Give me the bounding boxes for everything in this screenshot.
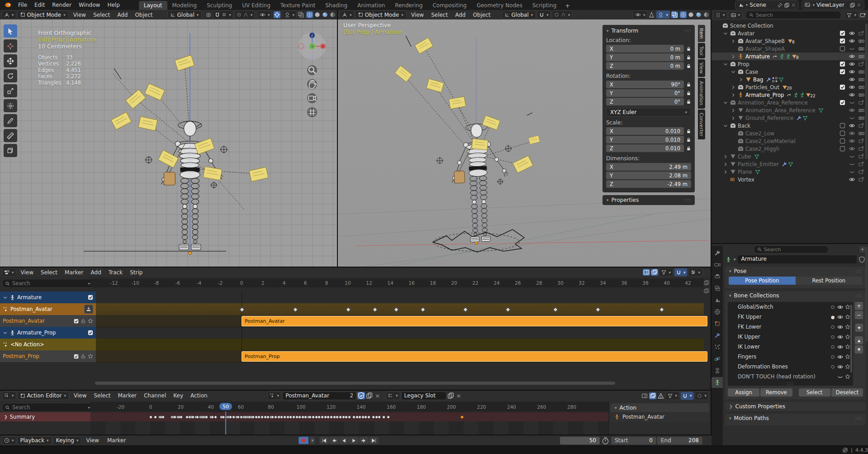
properties-options-icon[interactable]: ▾ bbox=[859, 246, 865, 253]
lock-icon[interactable] bbox=[686, 46, 691, 52]
menu-select[interactable]: Select bbox=[37, 268, 61, 277]
editor-type-button[interactable]: ▾ bbox=[2, 436, 16, 445]
eye-open-icon[interactable] bbox=[849, 30, 855, 36]
outliner-row[interactable]: Back bbox=[711, 122, 868, 129]
mesh-data-icon[interactable] bbox=[754, 154, 759, 159]
star-icon[interactable] bbox=[845, 314, 850, 320]
solo-toggle-icon[interactable]: ○ bbox=[830, 364, 835, 369]
camera-visibility-icon[interactable] bbox=[859, 38, 864, 44]
lock-icon[interactable] bbox=[686, 137, 691, 143]
nla-strip[interactable]: Postman_Avatar bbox=[242, 316, 707, 326]
tab-tool-icon[interactable] bbox=[711, 248, 723, 258]
keyframe-dot[interactable] bbox=[161, 416, 165, 419]
nla-keyframe-diamond[interactable] bbox=[463, 307, 468, 312]
outliner-row[interactable]: Vortex bbox=[711, 176, 868, 183]
keyframe-dot[interactable] bbox=[352, 416, 356, 419]
menu-select[interactable]: Select bbox=[90, 392, 114, 400]
editor-type-button[interactable]: ▾ bbox=[340, 10, 354, 19]
camera-disabled-icon[interactable] bbox=[859, 177, 864, 182]
axis-field-y[interactable]: Y0.010 bbox=[606, 136, 684, 143]
xray-toggle-icon[interactable] bbox=[671, 11, 678, 18]
shading-material-icon[interactable] bbox=[322, 11, 328, 18]
eye-closed-icon[interactable] bbox=[849, 161, 855, 167]
star-icon[interactable] bbox=[88, 354, 93, 359]
menu-marker[interactable]: Marker bbox=[104, 436, 129, 444]
menu-view[interactable]: View bbox=[70, 392, 90, 400]
star-icon[interactable] bbox=[845, 364, 850, 369]
viewlayer-selector[interactable]: ▾ ViewLayer × bbox=[802, 0, 864, 10]
collapse-icon[interactable]: ❯ bbox=[729, 404, 733, 409]
pose-mode-icon[interactable] bbox=[785, 54, 791, 59]
expand-icon[interactable] bbox=[730, 115, 736, 121]
prev-keyframe-button[interactable] bbox=[329, 437, 339, 444]
tool-measure-button[interactable] bbox=[4, 129, 17, 142]
unlink-slot-icon[interactable]: × bbox=[455, 392, 463, 399]
outliner-row[interactable]: Case2_Low bbox=[711, 129, 868, 137]
ortho-toggle-icon[interactable] bbox=[307, 107, 317, 117]
checkbox-unchecked-icon[interactable] bbox=[840, 138, 845, 144]
star-icon[interactable] bbox=[845, 374, 850, 379]
pose-mode-icon[interactable] bbox=[799, 92, 805, 98]
expand-icon[interactable] bbox=[730, 85, 736, 90]
move-down-button[interactable]: ▼ bbox=[855, 345, 863, 354]
camera-visibility-icon[interactable] bbox=[859, 130, 864, 136]
camera-disabled-icon[interactable] bbox=[859, 138, 864, 144]
modifier-wrench-icon[interactable] bbox=[782, 162, 787, 167]
outliner-row[interactable]: Avatar_ShapeB8 bbox=[711, 37, 868, 45]
lock-icon[interactable] bbox=[686, 129, 691, 134]
camera-visibility-icon[interactable] bbox=[859, 69, 864, 75]
mode-selector[interactable]: Object Mode▾ bbox=[355, 10, 407, 19]
outliner-row[interactable]: Avatar bbox=[711, 29, 868, 37]
eye-open-icon[interactable] bbox=[849, 123, 855, 129]
editor-type-button[interactable]: ▾ bbox=[2, 10, 16, 19]
viewport-left[interactable]: ▾ Object Mode▾ ViewSelectAddObject Globa… bbox=[0, 10, 337, 267]
bone-list-scrollbar[interactable] bbox=[850, 305, 852, 373]
mode-selector[interactable]: Object Mode▾ bbox=[17, 10, 69, 19]
axis-field-y[interactable]: Y2.08 m bbox=[606, 172, 691, 179]
unlock-icon[interactable] bbox=[81, 354, 86, 359]
shading-rendered-icon[interactable] bbox=[329, 11, 336, 18]
expand-icon[interactable] bbox=[730, 92, 736, 98]
lock-icon[interactable] bbox=[686, 55, 691, 60]
blender-logo-icon[interactable] bbox=[4, 2, 12, 8]
eye-closed-icon[interactable] bbox=[849, 115, 855, 121]
camera-visibility-icon[interactable] bbox=[859, 92, 864, 98]
nla-keyframe-diamond[interactable] bbox=[346, 307, 351, 312]
bone-collection-row[interactable]: Deformation Bones○ bbox=[728, 362, 853, 372]
tool-cursor-button[interactable] bbox=[4, 39, 17, 53]
frame-end-field[interactable]: End208 bbox=[657, 437, 702, 444]
star-icon[interactable] bbox=[845, 334, 850, 339]
axis-field-y[interactable]: Y0° bbox=[606, 89, 684, 97]
keyframe-dot[interactable] bbox=[154, 416, 157, 419]
action-name-field[interactable]: Postman_Avatar2 bbox=[282, 392, 356, 400]
checkbox-unchecked-icon[interactable] bbox=[840, 46, 845, 52]
checkbox-checked-icon[interactable] bbox=[74, 319, 79, 324]
expand-icon[interactable] bbox=[723, 154, 728, 159]
keyframe-dot[interactable] bbox=[261, 416, 264, 419]
menu-action[interactable]: Action bbox=[187, 392, 211, 400]
checkbox-checked-icon[interactable] bbox=[840, 30, 845, 36]
expand-icon[interactable] bbox=[730, 54, 736, 59]
select-button[interactable]: Select bbox=[799, 388, 830, 397]
bone-collection-row[interactable]: FK Upper● bbox=[728, 312, 853, 322]
eye-closed-icon[interactable] bbox=[849, 153, 855, 159]
editor-type-button[interactable]: ▾ bbox=[2, 268, 16, 277]
nla-options-dropdown[interactable]: ▾ bbox=[688, 268, 702, 277]
mesh-data-icon[interactable] bbox=[778, 77, 784, 82]
warning-icon[interactable] bbox=[657, 392, 664, 399]
play-button[interactable] bbox=[349, 437, 359, 444]
eye-open-icon[interactable] bbox=[849, 61, 855, 67]
eye-open-icon[interactable] bbox=[849, 69, 855, 75]
action-browse-dropdown[interactable]: ▾ bbox=[267, 392, 282, 400]
panel-drag-handle[interactable]: :::: bbox=[684, 198, 691, 202]
panel-drag-handle[interactable]: :::: bbox=[855, 416, 862, 421]
summary-channel[interactable]: ❯ Summary bbox=[0, 412, 94, 421]
menu-add[interactable]: Add bbox=[114, 11, 131, 19]
eye-open-icon[interactable] bbox=[849, 76, 855, 82]
collapse-icon[interactable]: ▾ bbox=[607, 198, 609, 202]
animation-icon[interactable] bbox=[787, 92, 792, 98]
outliner-row[interactable]: Case2_LowMaterial bbox=[711, 137, 868, 145]
expand-icon[interactable] bbox=[738, 77, 744, 82]
nla-keyframe-diamond[interactable] bbox=[596, 307, 601, 312]
checkbox-checked-icon[interactable] bbox=[840, 61, 845, 67]
